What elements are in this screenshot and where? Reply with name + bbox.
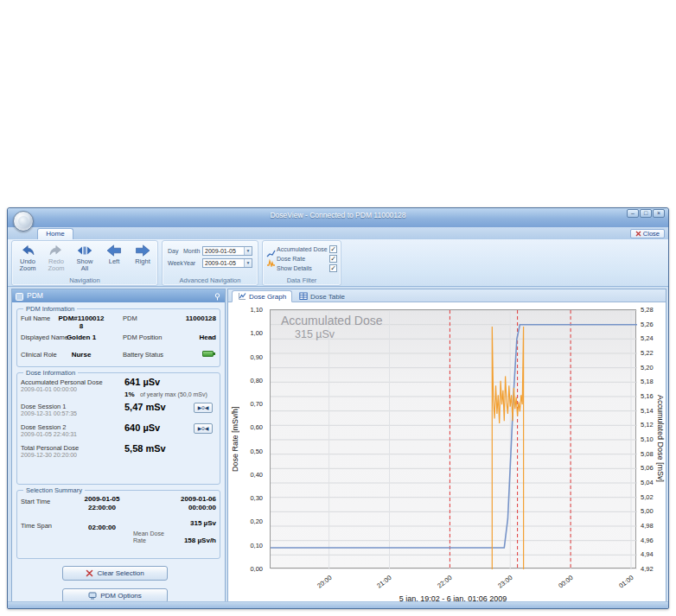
right-arrow-icon [134, 243, 151, 258]
pdm-panel-title: PDM [27, 289, 43, 302]
dose-row-label: Dose Session 1 [21, 403, 67, 410]
left-arrow-icon [105, 243, 123, 258]
group-title: PDM Information [23, 305, 77, 313]
left-axis-ticks: 0,000,100,200,300,400,500,600,700,800,90… [228, 309, 266, 568]
pdm-panel: PDM PDM Information Full Name PDM#110001… [11, 289, 226, 602]
close-button[interactable]: × [653, 209, 665, 218]
selection-dose-value: 315 µSv [190, 519, 216, 527]
clinical-role-value: Nurse [57, 351, 105, 359]
mean-dose-rate-value: 158 µSv/h [184, 537, 216, 544]
ytick-right-label: 5,28 [641, 306, 668, 314]
accumulated-dose-checkbox[interactable]: ✓ [329, 245, 337, 253]
undo-zoom-icon [19, 243, 36, 258]
application-menu-button[interactable] [13, 211, 34, 232]
month-button[interactable]: Month [183, 248, 200, 254]
doseview-window: DoseView - Connected to PDM 11000128 – □… [7, 207, 669, 609]
undo-zoom-button[interactable]: Undo Zoom [14, 242, 41, 276]
total-personal-dose-value: 5,58 mSv [124, 443, 166, 454]
week-button[interactable]: Week [168, 260, 183, 266]
ytick-right-label: 5,00 [641, 507, 668, 515]
pdm-label: PDM [123, 314, 137, 322]
clear-selection-button[interactable]: Clear Selection [62, 566, 168, 581]
dose-session-1-zoom-button[interactable]: ▶0◀ [194, 403, 213, 413]
battery-status-label: Battery Status [123, 351, 163, 359]
ytick-right-label: 4,94 [641, 550, 668, 558]
selection-start-value: 2009-01-05 22:00:00 [66, 495, 138, 511]
group-title: Selection Summary [23, 486, 85, 494]
pan-left-button[interactable]: Left [100, 242, 128, 276]
maximize-button[interactable]: □ [640, 209, 652, 218]
dose-row-date: 2009-12-31 00:57:35 [21, 410, 77, 416]
dose-session-2-zoom-button[interactable]: ▶0◀ [194, 423, 213, 434]
ytick-left-label: 1,00 [228, 329, 263, 337]
ytick-right-label: 5,08 [641, 450, 668, 458]
x-axis-ticks: 20:0021:0022:0023:0000:0001:00 [270, 570, 636, 594]
displayed-name-value: Golden 1 [57, 333, 105, 341]
ytick-left-label: 0,20 [228, 518, 263, 525]
tab-label: Dose Table [310, 293, 345, 301]
yearly-percent-value: 1% [124, 391, 135, 398]
button-label: Zoom [14, 265, 41, 272]
filter-label: Show Details [277, 265, 329, 271]
date-from-combobox[interactable]: 2009-01-05 ▼ [202, 246, 252, 256]
show-details-checkbox[interactable]: ✓ [329, 264, 337, 272]
yearly-max-note: of yearly max (50,0 mSv) [140, 391, 207, 397]
tab-dose-table[interactable]: Dose Table [294, 290, 350, 302]
ytick-left-label: 0,80 [228, 377, 263, 384]
auto-hide-pin-icon[interactable] [214, 292, 221, 305]
tab-home[interactable]: Home [37, 228, 73, 239]
dose-session-1-value: 5,47 mSv [124, 402, 166, 412]
ytick-right-label: 4,98 [641, 522, 668, 530]
ytick-right-label: 5,26 [641, 321, 668, 328]
ribbon-tab-row: Home Close [8, 227, 668, 239]
pdm-panel-header[interactable]: PDM [12, 289, 225, 302]
minimize-button[interactable]: – [627, 209, 639, 218]
close-x-icon [635, 231, 641, 237]
ytick-right-label: 5,16 [641, 392, 668, 400]
show-all-button[interactable]: Show All [71, 242, 99, 276]
ytick-right-label: 4,96 [641, 537, 668, 544]
spacer [266, 264, 277, 272]
zoom-to-session-icon: ▶0◀ [198, 426, 209, 431]
date-to-combobox[interactable]: 2009-01-05 ▼ [202, 258, 252, 268]
filter-row-dose-rate: Dose Rate ✓ [266, 254, 337, 263]
ribbon-close-button[interactable]: Close [630, 229, 665, 238]
ytick-right-label: 4,92 [641, 565, 668, 573]
pdm-position-value: Head [199, 333, 216, 341]
pdm-information-group: PDM Information Full Name PDM#11000128 P… [16, 308, 220, 367]
start-time-label: Start Time [21, 498, 50, 505]
chart-canvas [271, 310, 637, 569]
accumulated-personal-dose-value: 641 µSv [124, 377, 160, 387]
tab-dose-graph[interactable]: Dose Graph [232, 290, 292, 302]
show-all-icon [76, 243, 93, 258]
pan-right-button[interactable]: Right [129, 242, 156, 276]
date-from-value: 2009-01-05 [205, 248, 236, 254]
ytick-right-label: 5,22 [641, 349, 668, 357]
clear-selection-label: Clear Selection [97, 569, 143, 577]
dose-graph-plot[interactable]: Accumulated Dose 315 µSv [270, 309, 636, 568]
ribbon-group-data-filter: Accumulated Dose ✓ Dose Rate ✓ Show Deta… [262, 240, 341, 286]
ribbon: Undo Zoom Redo Zoom Show All Left [8, 239, 668, 287]
ytick-left-label: 0,60 [228, 423, 263, 431]
day-button[interactable]: Day [168, 248, 178, 254]
button-label: Right [129, 258, 156, 265]
dose-graph-region: Dose Rate [mSv/h] Accumulated Dose [mSv]… [228, 302, 666, 601]
redo-zoom-button[interactable]: Redo Zoom [42, 242, 70, 276]
selection-summary-group: Selection Summary Start Time 2009-01-05 … [16, 490, 220, 559]
series-dose-rate [492, 327, 523, 569]
button-label: Zoom [42, 265, 70, 272]
pdm-position-label: PDM Position [123, 333, 162, 341]
titlebar[interactable]: DoseView - Connected to PDM 11000128 – □… [8, 208, 668, 227]
ytick-right-label: 5,04 [641, 479, 668, 486]
group-label-data-filter: Data Filter [263, 276, 341, 285]
dose-row-date: 2009-12-30 20:20:00 [21, 452, 77, 458]
dose-rate-checkbox[interactable]: ✓ [329, 255, 337, 263]
dropdown-arrow-icon[interactable]: ▼ [244, 247, 252, 255]
window-bottom-frame [8, 601, 668, 608]
selection-end-value: 2009-01-06 00:00:00 [143, 495, 216, 511]
clear-x-icon [86, 569, 93, 577]
date-to-value: 2009-01-05 [205, 260, 236, 266]
year-button[interactable]: Year [183, 260, 195, 266]
graph-tab-bar: Dose Graph Dose Table [228, 289, 666, 302]
dropdown-arrow-icon[interactable]: ▼ [244, 259, 252, 267]
